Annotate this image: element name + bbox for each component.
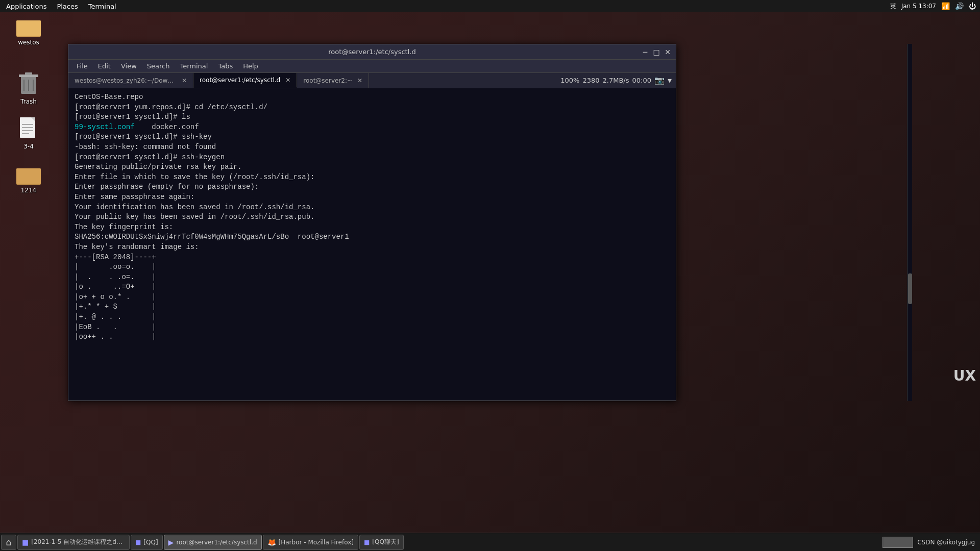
stats-time: 00:00 [632, 77, 651, 84]
svg-rect-2 [16, 20, 41, 36]
menu-search[interactable]: Search [143, 61, 174, 71]
term-line-24: |oo++ . . | [75, 332, 670, 342]
tab-3-label: root@server2:~ [303, 77, 352, 84]
term-line-0: CentOS-Base.repo [75, 92, 670, 103]
desktop-icon-1214[interactable]: 1214 [8, 164, 49, 194]
desktop-icon-westos[interactable]: westos [8, 16, 49, 46]
taskbar-input-area[interactable] [883, 537, 913, 548]
term-line-3: 99-sysctl.conf docker.conf [75, 122, 670, 133]
westos-label: westos [18, 39, 39, 46]
taskbar-right: CSDN @uikotygjug [883, 537, 979, 548]
terminal-titlebar: root@server1:/etc/sysctl.d ─ □ ✕ [68, 44, 676, 60]
term-line-8: Enter file in which to save the key (/ro… [75, 172, 670, 183]
window-controls: ─ □ ✕ [641, 48, 672, 56]
topbar-left: Applications Places Terminal [4, 2, 118, 11]
folder-icon-westos [16, 16, 41, 37]
ux-label: UX [953, 367, 976, 384]
tab-2[interactable]: root@server1:/etc/sysctl.d ✕ [193, 73, 297, 88]
topbar-lang: 英 [890, 2, 896, 11]
tab-2-label: root@server1:/etc/sysctl.d [200, 77, 280, 84]
topbar-places[interactable]: Places [55, 2, 80, 11]
tab-1-close[interactable]: ✕ [182, 77, 187, 84]
power-icon: ⏻ [969, 2, 976, 10]
tab-1[interactable]: westos@westos_zyh26:~/Downloads/qq-files… [68, 73, 193, 88]
terminal-tabs: westos@westos_zyh26:~/Downloads/qq-files… [68, 73, 676, 88]
topbar-datetime: Jan 5 13:07 [901, 3, 936, 10]
taskbar-qq2-label: [QQ聊天] [372, 538, 399, 546]
taskbar: ⌂ ■ [2021-1-5 自动化运维课程之docker... ■ [QQ] ▶… [0, 533, 980, 551]
taskbar-home[interactable]: ⌂ [1, 535, 16, 550]
term-line-22: |+. @ . . . | [75, 312, 670, 322]
folder-1214-label: 1214 [21, 187, 37, 194]
term-line-9: Enter passphrase (empty for no passphras… [75, 182, 670, 192]
taskbar-terminal-old[interactable]: ■ [2021-1-5 自动化运维课程之docker... [17, 535, 130, 550]
camera-icon[interactable]: 📷 [654, 76, 665, 85]
term-line-12: Your public key has been saved in /root/… [75, 212, 670, 222]
tab-2-close[interactable]: ✕ [285, 77, 290, 84]
minimize-button[interactable]: ─ [641, 48, 649, 56]
topbar-right: 英 Jan 5 13:07 📶 🔊 ⏻ [890, 2, 976, 11]
taskbar-harbor[interactable]: 🦊 [Harbor - Mozilla Firefox] [263, 535, 358, 550]
svg-rect-16 [16, 168, 41, 184]
taskbar-qq2[interactable]: ■ [QQ聊天] [359, 535, 404, 550]
terminal-title: root@server1:/etc/sysctl.d [328, 48, 415, 56]
term-line-7: Generating public/private rsa key pair. [75, 162, 670, 172]
term-line-11: Your identification has been saved in /r… [75, 203, 670, 213]
scrollbar-track [907, 44, 912, 401]
volume-icon: 🔊 [955, 2, 964, 10]
tab-1-label: westos@westos_zyh26:~/Downloads/qq-files… [75, 77, 177, 84]
desktop-icon-trash[interactable]: Trash [8, 71, 49, 105]
trash-label: Trash [20, 98, 37, 105]
terminal-old-icon: ■ [22, 538, 29, 546]
terminal-window: root@server1:/etc/sysctl.d ─ □ ✕ File Ed… [68, 44, 676, 401]
term-line-19: |o . ..=O+ | [75, 282, 670, 292]
dropdown-icon[interactable]: ▾ [668, 76, 672, 85]
wifi-icon: 📶 [941, 2, 950, 10]
desktop-icon-file-3-4[interactable]: 3-4 [8, 116, 49, 150]
taskbar-qq1-label: [QQ] [143, 539, 158, 546]
terminal-active-icon: ▶ [168, 538, 174, 546]
desktop: Applications Places Terminal 英 Jan 5 13:… [0, 0, 980, 551]
qq-icon-1: ■ [135, 539, 141, 546]
term-line-20: |o+ + o o.* . | [75, 292, 670, 303]
term-line-16: +---[RSA 2048]----+ [75, 253, 670, 263]
close-button[interactable]: ✕ [664, 48, 672, 56]
topbar-applications[interactable]: Applications [4, 2, 48, 11]
tab-3[interactable]: root@server2:~ ✕ [297, 73, 369, 88]
trash-icon [19, 71, 38, 96]
menu-edit[interactable]: Edit [94, 61, 115, 71]
stats-value: 2380 [582, 77, 599, 84]
taskbar-terminal-active[interactable]: ▶ root@server1:/etc/sysctl.d [164, 535, 262, 550]
term-line-13: The key fingerprint is: [75, 222, 670, 233]
topbar: Applications Places Terminal 英 Jan 5 13:… [0, 0, 980, 12]
menu-tabs[interactable]: Tabs [214, 61, 237, 71]
term-line-1: [root@server1 yum.repos.d]# cd /etc/sysc… [75, 103, 670, 113]
term-line-21: |+.* * + S | [75, 302, 670, 312]
terminal-content[interactable]: CentOS-Base.repo [root@server1 yum.repos… [68, 88, 676, 400]
taskbar-terminal-old-label: [2021-1-5 自动化运维课程之docker... [31, 538, 125, 546]
scrollbar-thumb[interactable] [908, 273, 912, 304]
qq-icon-2: ■ [364, 539, 370, 546]
file-icon-3-4 [19, 116, 38, 141]
taskbar-terminal-active-label: root@server1:/etc/sysctl.d [176, 539, 257, 546]
term-line-23: |EoB . . | [75, 322, 670, 333]
term-line-17: | .oo=o. | [75, 262, 670, 272]
taskbar-harbor-label: [Harbor - Mozilla Firefox] [279, 539, 354, 546]
stats-percent: 100% [560, 77, 579, 84]
topbar-terminal[interactable]: Terminal [86, 2, 118, 11]
tab-stats-area: 100% 2380 2.7MB/s 00:00 📷 ▾ [556, 73, 676, 88]
menu-terminal[interactable]: Terminal [176, 61, 212, 71]
maximize-button[interactable]: □ [652, 48, 660, 56]
file-3-4-label: 3-4 [23, 143, 34, 150]
stats-speed: 2.7MB/s [603, 77, 629, 84]
taskbar-qq1[interactable]: ■ [QQ] [131, 535, 163, 550]
folder-icon-1214 [16, 164, 41, 185]
term-line-6: [root@server1 sysctl.d]# ssh-keygen [75, 153, 670, 163]
home-icon: ⌂ [6, 537, 11, 547]
tab-3-close[interactable]: ✕ [357, 77, 362, 84]
menu-help[interactable]: Help [239, 61, 262, 71]
menu-file[interactable]: File [72, 61, 92, 71]
firefox-icon: 🦊 [267, 538, 276, 546]
menu-view[interactable]: View [117, 61, 141, 71]
term-cyan-file: 99-sysctl.conf [75, 123, 135, 131]
